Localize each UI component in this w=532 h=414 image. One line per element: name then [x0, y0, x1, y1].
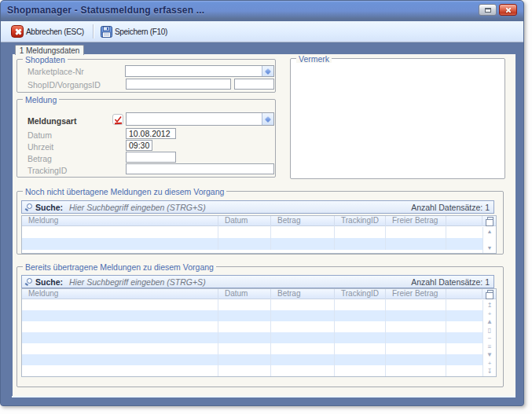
meldung-group-title: Meldung [23, 96, 59, 104]
table-row[interactable] [22, 332, 496, 343]
table-cell [335, 332, 386, 343]
table-cell [446, 310, 482, 321]
table-cell [271, 321, 335, 332]
table-cell [22, 238, 218, 250]
page-up-icon[interactable]: + [488, 310, 492, 317]
column-header-meldung[interactable]: Meldung [22, 216, 218, 226]
table-cell [335, 299, 386, 310]
vorgangsid-field[interactable] [234, 79, 274, 90]
table-cell [446, 226, 482, 238]
column-chooser-icon[interactable] [487, 217, 493, 222]
marketplace-nr-combobox[interactable] [125, 65, 274, 77]
restore-icon [485, 8, 491, 13]
record-count: Anzahl Datensätze: 1 [411, 203, 490, 212]
column-header-trackingid[interactable]: TrackingID [335, 289, 386, 299]
column-header-datum[interactable]: Datum [218, 289, 271, 299]
table-row[interactable] [22, 354, 496, 365]
table-cell [271, 310, 335, 321]
table-cell [218, 332, 271, 343]
table-cell [218, 226, 271, 238]
table-cell [22, 321, 218, 332]
window-title: Shopmanager - Statusmeldung erfassen ... [7, 5, 204, 16]
save-button[interactable]: Speichern (F10) [97, 23, 172, 41]
marketplace-dropdown-icon[interactable] [262, 66, 273, 76]
vermerk-textarea[interactable] [291, 59, 504, 178]
table-row[interactable] [22, 299, 496, 310]
column-header-datum[interactable]: Datum [218, 216, 271, 226]
tab-page: Shopdaten Marketplace-Nr ShopID/Vorgangs… [13, 54, 515, 397]
cancel-x-icon [11, 25, 24, 38]
transferred-group-title: Bereits übertragene Meldungen zu diesem … [23, 263, 216, 271]
column-header-freier-betrag[interactable]: Freier Betrag [386, 216, 446, 226]
meldungsart-combobox[interactable] [126, 112, 274, 126]
table-cell [271, 332, 335, 343]
column-header-betrag[interactable]: Betrag [271, 289, 335, 299]
column-header-freier-betrag[interactable]: Freier Betrag [386, 289, 446, 299]
pending-meldungen-group: Noch nicht übertagene Meldungen zu diese… [17, 191, 504, 255]
table-row[interactable] [22, 365, 496, 376]
cancel-button[interactable]: Abbrechen (ESC) [8, 23, 89, 41]
record-indicator-icon[interactable]: ▯ [488, 327, 491, 334]
table-cell [386, 238, 446, 250]
title-bar[interactable]: Shopmanager - Statusmeldung erfassen ... [1, 1, 523, 21]
table-cell [271, 299, 335, 310]
column-header-betrag[interactable]: Betrag [271, 216, 335, 226]
table-cell [271, 365, 335, 376]
table-cell [22, 310, 218, 321]
column-header-trackingid[interactable]: TrackingID [335, 216, 386, 226]
search-placeholder: Hier Suchbegriff eingeben (STRG+S) [69, 277, 206, 287]
transferred-search-bar[interactable]: Suche: Hier Suchbegriff eingeben (STRG+S… [21, 275, 494, 288]
tab-meldungsdaten[interactable]: 1 Meldungsdaten [15, 45, 84, 55]
search-icon [27, 278, 32, 284]
dialog-body: 1 Meldungsdaten Shopdaten Marketplace-Nr… [1, 42, 523, 405]
meldung-group: Meldung Meldungsart Datum 10.08.2012 Uhr… [17, 99, 276, 178]
pending-grid-scrollbar[interactable]: ▲ ▼ [482, 227, 496, 253]
table-row[interactable] [22, 226, 496, 238]
table-row[interactable] [22, 238, 496, 250]
table-cell [22, 354, 218, 365]
column-header-meldung[interactable]: Meldung [22, 289, 218, 299]
pending-grid: Meldung Datum Betrag TrackingID Freier B… [21, 215, 497, 254]
table-cell [335, 238, 386, 250]
toolbar-separator [93, 24, 94, 38]
scroll-up-icon[interactable]: ▲ [483, 229, 496, 235]
dataset-size-icon[interactable]: ≡ [488, 343, 492, 350]
table-cell [446, 354, 482, 365]
shopid-field[interactable] [126, 79, 231, 90]
grid-corner [482, 216, 496, 226]
move-prev-icon[interactable]: ▲ [486, 318, 493, 325]
table-cell [386, 299, 446, 310]
datum-field[interactable]: 10.08.2012 [126, 128, 176, 139]
pending-search-bar[interactable]: Suche: Hier Suchbegriff eingeben (STRG+S… [21, 200, 494, 214]
scroll-down-icon[interactable]: ▼ [483, 245, 496, 251]
table-cell [446, 321, 482, 332]
table-row[interactable] [22, 310, 496, 321]
search-icon [27, 203, 32, 209]
grid-corner [482, 289, 496, 299]
separator-dash-icon[interactable]: − [488, 335, 492, 342]
table-cell [218, 310, 271, 321]
table-cell [335, 365, 386, 376]
move-first-icon[interactable]: ↥ [487, 302, 493, 309]
column-chooser-icon[interactable] [487, 290, 493, 295]
table-cell [386, 226, 446, 238]
uhrzeit-field[interactable]: 09:30 [126, 140, 152, 151]
trackingid-field[interactable] [126, 163, 274, 174]
page-down-icon[interactable]: + [488, 360, 492, 367]
restore-button[interactable] [479, 4, 497, 16]
table-cell [386, 321, 446, 332]
table-row[interactable] [22, 321, 496, 332]
table-cell [386, 343, 446, 354]
vermerk-group: Vermerk [290, 58, 505, 179]
move-last-icon[interactable]: ↧ [487, 368, 493, 375]
move-next-icon[interactable]: ▼ [486, 351, 493, 358]
close-button[interactable] [499, 4, 517, 16]
table-cell [271, 354, 335, 365]
betrag-field[interactable] [126, 152, 176, 163]
shopid-vorgangsid-label: ShopID/VorgangsID [28, 80, 101, 90]
table-cell [335, 343, 386, 354]
meldungsart-dropdown-icon[interactable] [262, 113, 273, 125]
table-cell [218, 365, 271, 376]
table-cell [218, 321, 271, 332]
table-row[interactable] [22, 343, 496, 354]
